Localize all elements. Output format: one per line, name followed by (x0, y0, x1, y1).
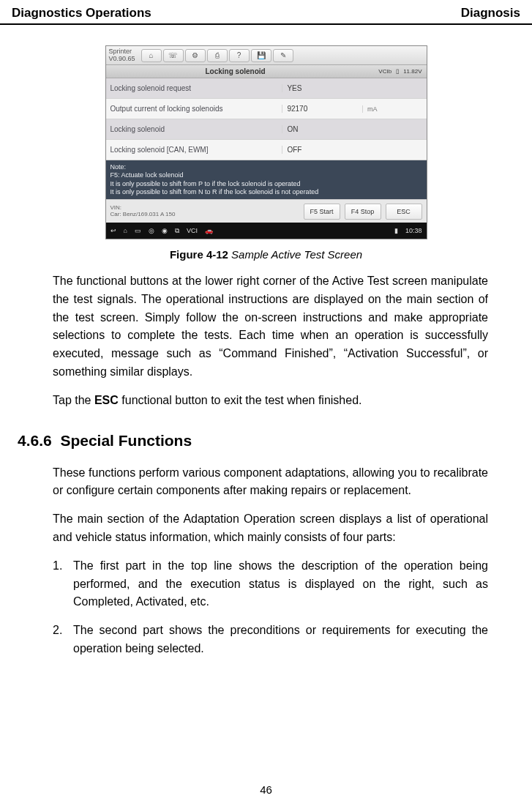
section-number: 4.6.6 (18, 432, 52, 449)
table-row: Locking solenoid [CAN, EWM] OFF (106, 140, 427, 160)
header-left: Diagnostics Operations (12, 6, 151, 20)
page-number: 46 (0, 783, 532, 796)
note-line: F5: Actuate lock solenoid (110, 171, 422, 179)
device-toolbar: Sprinter V0.90.65 ⌂ ☏ ⚙ ⎙ ? 💾 ✎ (106, 46, 427, 65)
row-label: Locking solenoid (106, 125, 282, 133)
footer-buttons: F5 Start F4 Stop ESC (304, 204, 422, 220)
row-value: YES (282, 84, 362, 92)
data-table: Locking solenoid request YES Output curr… (106, 78, 427, 160)
p2-esc-bold: ESC (94, 394, 119, 406)
ordered-list: 1. The first part in the top line shows … (0, 557, 532, 658)
battery-nav-icon: ▮ (394, 227, 398, 234)
nav-right: ▮ 10:38 (394, 227, 422, 234)
brand-version: V0.90.65 (109, 56, 135, 62)
row-label: Locking solenoid request (106, 84, 282, 92)
toolbar-icons: ⌂ ☏ ⚙ ⎙ ? 💾 ✎ (141, 49, 293, 62)
subbar-status: VCIb ▯ 11.82V (378, 68, 422, 75)
save-icon[interactable]: 💾 (251, 49, 271, 62)
paragraph-1: The functional buttons at the lower righ… (53, 272, 488, 381)
section-content: These functions perform various componen… (0, 452, 532, 547)
home-icon[interactable]: ⌂ (141, 49, 162, 62)
edit-icon[interactable]: ✎ (273, 49, 293, 62)
figure-container: Sprinter V0.90.65 ⌂ ☏ ⚙ ⎙ ? 💾 ✎ Locking … (0, 45, 532, 261)
row-unit: mA (362, 105, 427, 113)
row-label: Output current of locking solenoids (106, 105, 282, 113)
gear-icon[interactable]: ⚙ (185, 49, 206, 62)
recent-icon[interactable]: ▭ (135, 227, 141, 235)
vin-info: VIN: Car: Benz/169.031 A 150 (110, 205, 176, 218)
f5-start-button[interactable]: F5 Start (304, 204, 340, 220)
vci-label: VCIb (378, 68, 391, 75)
note-title: Note: (110, 163, 422, 171)
note-panel: Note: F5: Actuate lock solenoid It is on… (106, 160, 427, 199)
row-value: 92170 (282, 105, 362, 113)
vin-value: Car: Benz/169.031 A 150 (110, 212, 176, 218)
paragraph-3: These functions perform various componen… (53, 464, 488, 501)
camera-icon[interactable]: ◉ (162, 227, 168, 235)
list-item: 2. The second part shows the preconditio… (53, 622, 488, 658)
back-icon[interactable]: ↩ (110, 227, 116, 235)
row-value: ON (282, 125, 362, 133)
vci-nav-icon[interactable]: VCI (187, 227, 198, 235)
table-row: Locking solenoid request YES (106, 78, 427, 99)
help-icon[interactable]: ? (229, 49, 250, 62)
paragraph-2: Tap the ESC functional button to exit th… (53, 392, 488, 410)
circle-icon[interactable]: ◎ (149, 227, 154, 235)
car-icon[interactable]: 🚗 (205, 227, 213, 235)
clock: 10:38 (405, 227, 422, 234)
table-row: Locking solenoid ON (106, 119, 427, 140)
caption-italic: Sample Active Test Screen (228, 248, 362, 261)
caption-bold: Figure 4-12 (170, 248, 228, 261)
device-footer: VIN: Car: Benz/169.031 A 150 F5 Start F4… (106, 199, 427, 223)
device-brand: Sprinter V0.90.65 (109, 48, 138, 62)
row-value: OFF (282, 146, 362, 154)
subbar-title: Locking solenoid (206, 67, 266, 75)
li-number: 2. (53, 622, 73, 658)
section-heading: 4.6.6 Special Functions (0, 420, 532, 452)
f4-stop-button[interactable]: F4 Stop (345, 204, 381, 220)
device-subbar: Locking solenoid VCIb ▯ 11.82V (106, 65, 427, 78)
li-text: The second part shows the preconditions … (73, 622, 488, 658)
voltage-value: 11.82V (403, 68, 422, 75)
row-label: Locking solenoid [CAN, EWM] (106, 146, 282, 154)
device-screenshot: Sprinter V0.90.65 ⌂ ☏ ⚙ ⎙ ? 💾 ✎ Locking … (105, 45, 427, 239)
table-row: Output current of locking solenoids 9217… (106, 99, 427, 119)
note-line: It is only possible to shift from P to i… (110, 180, 422, 188)
screenshot-icon[interactable]: ⧉ (175, 227, 179, 235)
li-number: 1. (53, 557, 73, 611)
phone-icon[interactable]: ☏ (163, 49, 184, 62)
list-item: 1. The first part in the top line shows … (53, 557, 488, 611)
esc-button[interactable]: ESC (386, 204, 422, 220)
li-text: The first part in the top line shows the… (73, 557, 488, 611)
home-icon[interactable]: ⌂ (124, 227, 127, 235)
header-right: Diagnosis (461, 6, 520, 20)
figure-caption: Figure 4-12 Sample Active Test Screen (170, 248, 362, 261)
battery-icon: ▯ (396, 68, 399, 75)
print-icon[interactable]: ⎙ (207, 49, 228, 62)
page-header: Diagnostics Operations Diagnosis (0, 0, 532, 25)
nav-left-icons: ↩ ⌂ ▭ ◎ ◉ ⧉ VCI 🚗 (110, 227, 213, 235)
note-line: It is only possible to shift from N to R… (110, 188, 422, 196)
section-title: Special Functions (60, 432, 192, 449)
device-navbar: ↩ ⌂ ▭ ◎ ◉ ⧉ VCI 🚗 ▮ 10:38 (106, 223, 427, 239)
p2-post: functional button to exit the test when … (119, 394, 362, 406)
paragraph-4: The main section of the Adaptation Opera… (53, 510, 488, 547)
body-content: The functional buttons at the lower righ… (0, 261, 532, 410)
p2-pre: Tap the (53, 394, 94, 406)
